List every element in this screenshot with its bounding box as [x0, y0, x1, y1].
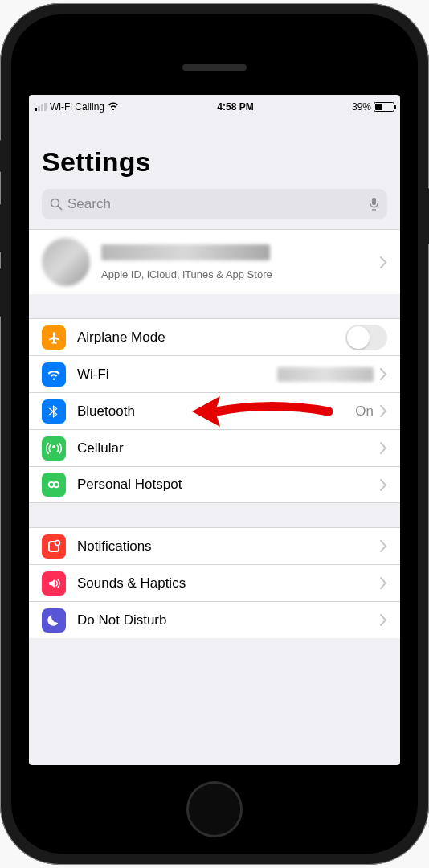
page-title: Settings — [42, 146, 387, 178]
cellular-signal-icon — [35, 103, 47, 111]
screen: Wi-Fi Calling 4:58 PM 39% Settings — [29, 95, 400, 765]
group-separator — [29, 294, 400, 318]
hotspot-icon — [42, 473, 66, 497]
connectivity-group: Airplane Mode Wi-Fi Bluetooth — [29, 318, 400, 503]
airplane-mode-toggle[interactable] — [345, 325, 387, 350]
chevron-right-icon — [380, 405, 387, 417]
wifi-icon — [108, 101, 119, 113]
bluetooth-label: Bluetooth — [77, 403, 355, 420]
airplane-mode-row[interactable]: Airplane Mode — [29, 318, 400, 355]
wifi-row-icon — [42, 362, 66, 387]
moon-icon — [42, 608, 66, 633]
wifi-label: Wi-Fi — [77, 366, 277, 383]
battery-fill — [375, 104, 382, 110]
apple-id-row[interactable]: Apple ID, iCloud, iTunes & App Store — [29, 229, 400, 294]
volume-down-button — [0, 268, 2, 317]
volume-up-button — [0, 204, 2, 252]
bluetooth-icon — [42, 399, 66, 424]
dnd-label: Do Not Disturb — [77, 612, 380, 628]
chevron-right-icon — [380, 540, 387, 552]
sounds-label: Sounds & Haptics — [77, 575, 380, 592]
bluetooth-row[interactable]: Bluetooth On — [29, 392, 400, 429]
mute-switch — [0, 140, 2, 172]
carrier-label: Wi-Fi Calling — [50, 101, 104, 113]
hotspot-row[interactable]: Personal Hotspot — [29, 466, 400, 503]
dnd-row[interactable]: Do Not Disturb — [29, 601, 400, 638]
hotspot-label: Personal Hotspot — [77, 477, 380, 493]
notifications-row[interactable]: Notifications — [29, 527, 400, 564]
page-header: Settings — [29, 116, 400, 184]
bluetooth-value: On — [355, 403, 374, 420]
chevron-right-icon — [380, 479, 387, 491]
chevron-right-icon — [380, 256, 387, 268]
svg-point-6 — [54, 482, 59, 487]
svg-point-8 — [55, 540, 60, 545]
notifications-label: Notifications — [77, 538, 380, 555]
battery-icon — [374, 102, 394, 112]
search-icon — [50, 198, 63, 211]
chevron-right-icon — [380, 368, 387, 380]
group-separator — [29, 503, 400, 527]
airplane-mode-label: Airplane Mode — [77, 330, 345, 346]
chevron-right-icon — [380, 614, 387, 626]
chevron-right-icon — [380, 577, 387, 589]
notifications-icon — [42, 534, 66, 559]
battery-percent: 39% — [352, 101, 371, 113]
search-input[interactable] — [67, 196, 364, 212]
cellular-label: Cellular — [77, 440, 380, 457]
home-button — [186, 781, 243, 837]
avatar — [42, 238, 90, 286]
svg-line-1 — [59, 207, 62, 210]
status-time: 4:58 PM — [217, 101, 253, 113]
account-subtitle: Apple ID, iCloud, iTunes & App Store — [101, 268, 380, 280]
chevron-right-icon — [380, 442, 387, 454]
phone-frame: Wi-Fi Calling 4:58 PM 39% Settings — [0, 3, 429, 865]
cellular-row[interactable]: Cellular — [29, 429, 400, 466]
status-bar: Wi-Fi Calling 4:58 PM 39% — [29, 98, 400, 116]
speaker-grille — [182, 64, 247, 71]
dictation-icon[interactable] — [369, 197, 379, 211]
wifi-value — [277, 367, 374, 382]
account-name — [101, 244, 270, 260]
airplane-icon — [42, 326, 66, 350]
search-bar[interactable] — [42, 189, 387, 219]
cellular-icon — [42, 436, 66, 461]
svg-rect-2 — [372, 198, 376, 205]
sounds-icon — [42, 571, 66, 596]
account-group: Apple ID, iCloud, iTunes & App Store — [29, 229, 400, 294]
sounds-row[interactable]: Sounds & Haptics — [29, 564, 400, 601]
wifi-row[interactable]: Wi-Fi — [29, 355, 400, 392]
notifications-group: Notifications Sounds & Haptics Do Not Di… — [29, 527, 400, 638]
